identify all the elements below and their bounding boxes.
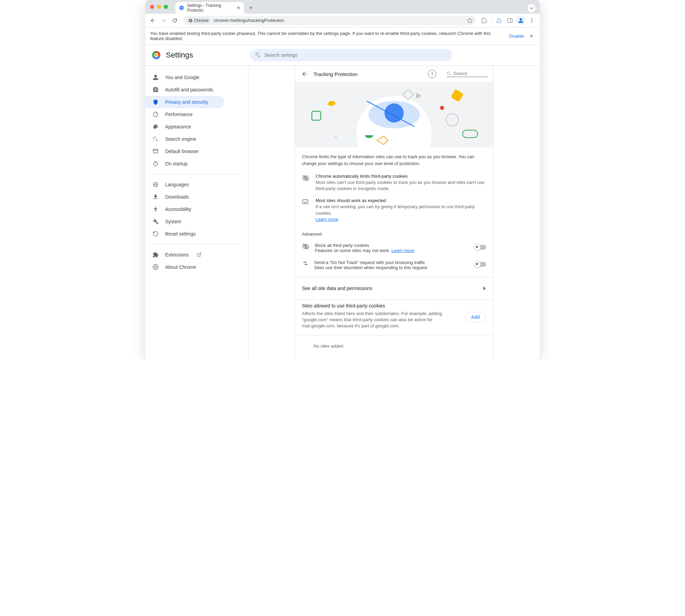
speedometer-icon <box>152 111 159 117</box>
sidebar-item-reset[interactable]: Reset settings <box>145 228 224 240</box>
section-desc: Affects the sites listed here and their … <box>302 311 459 329</box>
sidebar-item-downloads[interactable]: Downloads <box>145 191 224 203</box>
forward-button[interactable] <box>159 16 169 25</box>
sidebar-item-system[interactable]: System <box>145 215 224 228</box>
allowed-sites-section: Sites allowed to use third-party cookies… <box>302 303 486 353</box>
wrench-icon <box>152 218 159 225</box>
search-icon <box>152 136 159 142</box>
person-icon <box>152 74 159 80</box>
panel-header: Tracking Protection ? <box>295 66 493 82</box>
sidebar-item-label: Reset settings <box>165 231 196 237</box>
toggle-switch[interactable] <box>475 245 486 250</box>
infobar-close-button[interactable]: ✕ <box>528 32 535 40</box>
sidebar-item-performance[interactable]: Performance <box>145 108 224 121</box>
panel-search[interactable] <box>447 71 488 77</box>
sidebar-item-label: System <box>165 219 181 224</box>
sidebar-item-label: Performance <box>165 112 193 117</box>
omnibox-url: chrome://settings/trackingProtection <box>213 18 284 23</box>
window-minimize-button[interactable] <box>157 5 161 9</box>
advanced-label: Advanced <box>302 231 486 237</box>
sidebar-item-label: You and Google <box>165 75 199 80</box>
infobar-disable-link[interactable]: Disable <box>509 34 524 39</box>
settings-title: Settings <box>166 51 193 60</box>
learn-more-link[interactable]: Learn more <box>391 248 414 253</box>
panel-search-input[interactable] <box>453 71 488 76</box>
info-row-desc: Most sites can't use third-party cookies… <box>316 179 486 192</box>
sidebar-item-accessibility[interactable]: Accessibility <box>145 203 224 215</box>
main: Tracking Protection ? <box>248 66 540 360</box>
sidebar-item-label: Accessibility <box>165 206 191 212</box>
menu-button[interactable] <box>527 16 537 25</box>
puzzle-icon <box>152 252 159 258</box>
svg-point-18 <box>155 266 157 268</box>
eye-off-icon <box>302 174 310 192</box>
content: Chrome limits the type of information si… <box>295 147 493 360</box>
reload-button[interactable] <box>170 16 180 25</box>
window-close-button[interactable] <box>150 5 154 9</box>
section-title: Sites allowed to use third-party cookies <box>302 303 486 309</box>
sidebar-item-languages[interactable]: Languages <box>145 178 224 191</box>
sidebar-item-on-startup[interactable]: On startup <box>145 158 224 170</box>
nav-site-data[interactable]: See all site data and permissions <box>302 281 486 296</box>
sidebar-item-default-browser[interactable]: Default browser <box>145 145 224 158</box>
chrome-logo-icon <box>152 51 160 59</box>
info-row-title: Most sites should work as expected <box>316 198 486 203</box>
sidebar-item-label: Autofill and passwords <box>165 87 213 92</box>
info-row-cookies: Chrome automatically limits third-party … <box>302 171 486 195</box>
help-button[interactable]: ? <box>428 70 436 78</box>
globe-icon <box>152 181 159 188</box>
toggle-title: Block all third-party cookies <box>315 243 469 248</box>
settings-search[interactable] <box>250 49 452 61</box>
sidebar-item-autofill[interactable]: Autofill and passwords <box>145 84 224 96</box>
sidebar-item-about[interactable]: About Chrome <box>145 261 224 273</box>
svg-point-28 <box>440 106 444 110</box>
labs-icon[interactable] <box>494 16 504 25</box>
sidebar-item-privacy[interactable]: Privacy and security <box>145 96 224 108</box>
toggle-desc: Features on some sites may not work. Lea… <box>315 248 469 253</box>
sidebar-item-search-engine[interactable]: Search engine <box>145 133 224 145</box>
sidebar-item-label: On startup <box>165 161 187 166</box>
svg-point-1 <box>190 20 191 21</box>
extensions-icon[interactable] <box>479 16 489 25</box>
browser-tab[interactable]: Settings - Tracking Protectio ✕ <box>175 2 244 14</box>
body: You and Google Autofill and passwords Pr… <box>145 66 540 360</box>
back-button[interactable] <box>148 16 158 25</box>
svg-rect-8 <box>153 149 158 153</box>
browser-icon <box>152 148 159 154</box>
info-row-title: Chrome automatically limits third-party … <box>316 174 486 179</box>
svg-rect-35 <box>303 200 308 204</box>
close-icon[interactable]: ✕ <box>236 5 241 11</box>
svg-line-16 <box>199 253 201 255</box>
window-maximize-button[interactable] <box>164 5 168 9</box>
toggle-block-cookies: Block all third-party cookies Features o… <box>302 239 486 256</box>
side-panel-icon[interactable] <box>505 16 515 25</box>
new-tab-button[interactable]: + <box>246 3 256 13</box>
tab-dropdown-button[interactable] <box>527 4 536 12</box>
add-button[interactable]: Add <box>465 312 486 322</box>
panel-back-button[interactable] <box>301 70 309 78</box>
toggle-switch[interactable] <box>475 262 486 267</box>
panel: Tracking Protection ? <box>295 66 493 360</box>
learn-more-link[interactable]: Learn more <box>316 217 338 222</box>
settings-search-input[interactable] <box>265 52 448 58</box>
gear-icon <box>179 5 184 11</box>
restore-icon <box>152 231 159 237</box>
sidebar-item-appearance[interactable]: Appearance <box>145 121 224 133</box>
toggle-title: Send a "Do Not Track" request with your … <box>314 260 469 265</box>
sidebar-item-extensions[interactable]: Extensions <box>145 249 224 261</box>
sidebar-item-you-and-google[interactable]: You and Google <box>145 71 224 84</box>
infobar: You have enabled testing third-party coo… <box>145 27 540 45</box>
omnibox[interactable]: Chrome chrome://settings/trackingProtect… <box>183 16 476 25</box>
sidebar-item-label: Search engine <box>165 136 196 142</box>
palette-icon <box>152 124 159 130</box>
info-row-expected: Most sites should work as expected If a … <box>302 195 486 226</box>
search-icon <box>447 71 451 76</box>
star-icon[interactable] <box>467 17 473 24</box>
clipboard-icon <box>152 87 159 93</box>
svg-point-22 <box>384 103 404 123</box>
profile-button[interactable] <box>516 16 526 25</box>
traffic-lights <box>150 5 168 9</box>
toggle-do-not-track: Send a "Do Not Track" request with your … <box>302 256 486 274</box>
toolbar: Chrome chrome://settings/trackingProtect… <box>145 14 540 27</box>
external-link-icon <box>197 252 201 257</box>
